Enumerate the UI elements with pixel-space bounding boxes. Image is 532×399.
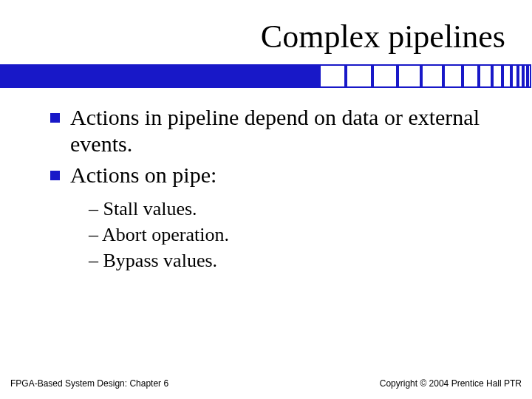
stripe-box [511,64,518,88]
footer-left: FPGA-Based System Design: Chapter 6 [10,378,168,389]
bullet-text: Actions in pipeline depend on data or ex… [70,104,502,157]
sub-bullet-item: – Abort operation. [89,222,502,248]
square-bullet-icon [50,113,60,123]
bullet-text: Actions on pipe: [70,162,502,188]
stripe-solid [0,64,319,88]
bullet-item: Actions on pipe: [50,162,502,188]
bullet-item: Actions in pipeline depend on data or ex… [50,104,502,157]
slide-title: Complex pipelines [0,0,532,63]
slide: Complex pipelines Actions in pipel [0,0,532,399]
content-area: Actions in pipeline depend on data or ex… [0,88,532,273]
stripe-box [492,64,502,88]
footer: FPGA-Based System Design: Chapter 6 Copy… [0,378,532,389]
stripe-box [372,64,398,88]
footer-right: Copyright © 2004 Prentice Hall PTR [380,378,522,389]
stripe-box [502,64,511,88]
sub-bullet-item: – Stall values. [89,196,502,222]
stripe-box [528,64,531,88]
stripe-box [346,64,372,88]
stripe-box [443,64,463,88]
stripe-box [479,64,492,88]
bullet-list: Actions in pipeline depend on data or ex… [50,104,502,188]
stripe-box [518,64,523,88]
stripe-box [421,64,443,88]
sub-bullet-item: – Bypass values. [89,248,502,273]
stripe-boxes [319,64,531,88]
stripe-box [463,64,479,88]
sub-bullet-list: – Stall values. – Abort operation. – Byp… [50,196,502,273]
decorative-stripe [0,64,532,88]
stripe-box [319,64,346,88]
square-bullet-icon [50,171,60,180]
stripe-box [398,64,421,88]
